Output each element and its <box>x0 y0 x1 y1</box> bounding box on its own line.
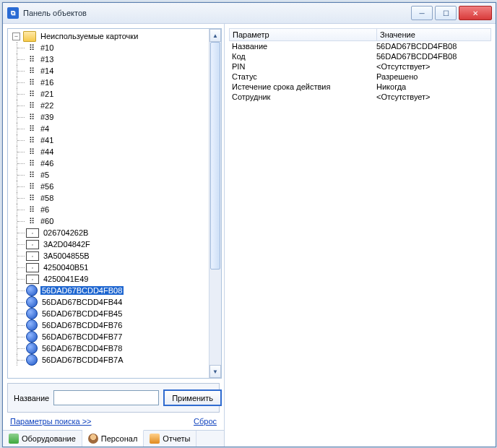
grid-row[interactable]: СтатусРазрешено <box>229 72 491 82</box>
tree-item-label: #14 <box>39 66 55 75</box>
tree-item[interactable]: ⠿#60 <box>9 215 209 227</box>
apply-button[interactable]: Применить <box>163 389 222 406</box>
tree-item-label: #44 <box>39 147 55 156</box>
grid-row[interactable]: Сотрудник<Отсутствует> <box>229 92 491 102</box>
tree-item[interactable]: ⠿#22 <box>9 100 209 111</box>
scroll-track[interactable] <box>209 42 221 365</box>
titlebar[interactable]: ⧉ Панель объектов ─ ☐ ✕ <box>3 3 496 24</box>
grid-cell-param: PIN <box>229 62 376 71</box>
tree-item[interactable]: ⠿#4 <box>9 123 209 134</box>
tree-item-label: #4 <box>39 124 51 133</box>
tree-item[interactable]: 56DAD67BCDD4FB45 <box>9 308 209 319</box>
maximize-icon: ☐ <box>443 9 449 17</box>
grid-header: Параметр Значение <box>229 28 491 41</box>
maximize-button[interactable]: ☐ <box>435 6 457 20</box>
tree-item[interactable]: ◦3A2D04842F <box>9 238 209 250</box>
tree-item[interactable]: ◦3A5004855B <box>9 250 209 262</box>
tree-item-label: 56DAD67BCDD4FB77 <box>40 332 124 341</box>
tree-item-label: #5 <box>39 171 51 179</box>
object-tree[interactable]: − Неиспользуемые карточки ⠿#10⠿#13⠿#14⠿#… <box>8 29 209 378</box>
tree-item[interactable]: ⠿#6 <box>9 204 209 215</box>
grid-header-value[interactable]: Значение <box>377 29 490 40</box>
tab-reports[interactable]: Отчеты <box>144 431 196 447</box>
tree-item-label: #56 <box>39 182 55 191</box>
collapse-icon[interactable]: − <box>12 33 20 40</box>
tree-item-label: #41 <box>39 136 55 145</box>
braille-icon: ⠿ <box>26 66 36 75</box>
tree-item[interactable]: 56DAD67BCDD4FB78 <box>9 343 209 354</box>
braille-icon: ⠿ <box>26 113 36 121</box>
search-reset-link[interactable]: Сброс <box>194 417 217 426</box>
main-window: ⧉ Панель объектов ─ ☐ ✕ − Неиспользуемые… <box>2 2 496 447</box>
tree-item-label: 56DAD67BCDD4FB45 <box>40 309 124 318</box>
braille-icon: ⠿ <box>26 101 36 110</box>
grid-header-param[interactable]: Параметр <box>230 29 377 40</box>
scroll-up-button[interactable]: ▲ <box>209 29 221 42</box>
tree-item[interactable]: ⠿#10 <box>9 42 209 53</box>
tree-root[interactable]: − Неиспользуемые карточки <box>9 30 209 42</box>
scroll-down-button[interactable]: ▼ <box>209 365 221 378</box>
tree-item-label: 56DAD67BCDD4FB76 <box>40 321 124 329</box>
search-input[interactable] <box>53 390 159 405</box>
tree-scrollbar[interactable]: ▲ ▼ <box>209 29 221 378</box>
grid-cell-value: <Отсутствует> <box>376 62 491 71</box>
tree-item[interactable]: 56DAD67BCDD4FB44 <box>9 296 209 308</box>
grid-row[interactable]: Название56DAD67BCDD4FB08 <box>229 41 491 51</box>
tree-item[interactable]: 56DAD67BCDD4FB77 <box>9 331 209 343</box>
grid-cell-value: 56DAD67BCDD4FB08 <box>376 42 491 51</box>
tree-item-label: 4250041E49 <box>42 275 90 283</box>
grid-row[interactable]: PIN<Отсутствует> <box>229 61 491 72</box>
rect-icon: ◦ <box>26 240 39 249</box>
tree-item[interactable]: ◦4250040B51 <box>9 262 209 273</box>
tree-item-label: #60 <box>39 217 55 225</box>
grid-row[interactable]: Истечение срока действияНикогда <box>229 82 491 92</box>
tree-item[interactable]: 56DAD67BCDD4FB7A <box>9 354 209 366</box>
minimize-button[interactable]: ─ <box>411 6 433 20</box>
window-title: Панель объектов <box>23 9 411 17</box>
braille-icon: ⠿ <box>26 171 36 179</box>
tree-item[interactable]: ⠿#13 <box>9 53 209 65</box>
tree-item[interactable]: ⠿#16 <box>9 77 209 88</box>
tree-item[interactable]: 56DAD67BCDD4FB76 <box>9 319 209 331</box>
tab-personnel[interactable]: Персонал <box>82 430 144 447</box>
personnel-icon <box>88 434 98 444</box>
tree-item-label: 3A2D04842F <box>42 240 92 249</box>
tree-item[interactable]: ◦026704262B <box>9 227 209 238</box>
tree-item-label: #46 <box>39 159 55 168</box>
key-icon <box>26 354 38 366</box>
tree-item-label: 56DAD67BCDD4FB08 <box>40 286 124 295</box>
reports-icon <box>150 434 160 444</box>
close-button[interactable]: ✕ <box>459 6 492 20</box>
tree-item[interactable]: ⠿#14 <box>9 65 209 77</box>
braille-icon: ⠿ <box>26 205 36 214</box>
grid-row[interactable]: Код56DAD67BCDD4FB08 <box>229 51 491 61</box>
tree-item-label: 56DAD67BCDD4FB78 <box>40 344 124 353</box>
tree-item[interactable]: ⠿#44 <box>9 146 209 158</box>
tree-item-label: #39 <box>39 113 55 121</box>
tab-equipment-label: Оборудование <box>22 434 76 443</box>
tree-item[interactable]: ⠿#46 <box>9 158 209 169</box>
tree-item[interactable]: ⠿#58 <box>9 192 209 204</box>
scroll-thumb[interactable] <box>210 42 220 270</box>
grid-cell-value: <Отсутствует> <box>376 92 491 101</box>
tab-equipment[interactable]: Оборудование <box>3 431 82 447</box>
tree-item[interactable]: ⠿#21 <box>9 88 209 100</box>
tree-item-label: 026704262B <box>42 228 90 237</box>
grid-cell-value: Разрешено <box>376 72 491 81</box>
tab-personnel-label: Персонал <box>101 434 138 443</box>
grid-cell-param: Статус <box>229 72 376 81</box>
key-icon <box>26 308 38 319</box>
tree-item[interactable]: 56DAD67BCDD4FB08 <box>9 285 209 296</box>
tree-item[interactable]: ⠿#56 <box>9 181 209 192</box>
body: − Неиспользуемые карточки ⠿#10⠿#13⠿#14⠿#… <box>3 24 496 447</box>
tree-item[interactable]: ⠿#41 <box>9 134 209 146</box>
tree-item-label: #6 <box>39 205 51 214</box>
tree-item[interactable]: ⠿#5 <box>9 169 209 181</box>
tree-item[interactable]: ⠿#39 <box>9 111 209 123</box>
tree-item[interactable]: ◦4250041E49 <box>9 273 209 285</box>
key-icon <box>26 285 38 296</box>
rect-icon: ◦ <box>26 275 39 284</box>
search-params-link[interactable]: Параметры поиска >> <box>10 417 92 426</box>
tree-root-label: Неиспользуемые карточки <box>39 32 139 40</box>
braille-icon: ⠿ <box>26 55 36 64</box>
